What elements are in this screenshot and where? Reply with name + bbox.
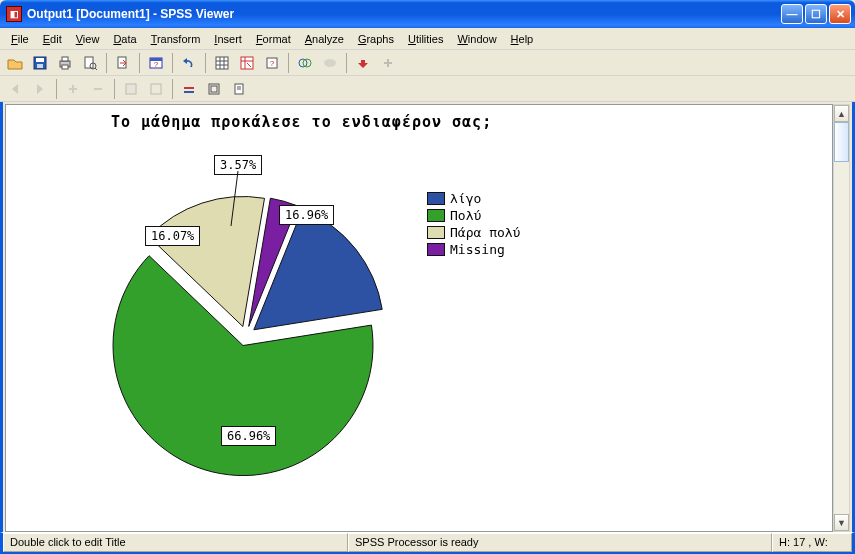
goto-data-icon[interactable] xyxy=(211,52,233,74)
save-icon[interactable] xyxy=(29,52,51,74)
menu-insert[interactable]: Insert xyxy=(207,31,249,47)
menubar: File Edit View Data Transform Insert For… xyxy=(0,28,855,50)
legend-swatch-3 xyxy=(427,243,445,256)
chart-title: Το μάθημα προκάλεσε το ενδιαφέρον σας; xyxy=(111,113,492,131)
status-left: Double click to edit Title xyxy=(3,533,348,552)
goto-case-icon[interactable] xyxy=(236,52,258,74)
scroll-thumb[interactable] xyxy=(834,122,849,162)
svg-rect-28 xyxy=(184,87,194,89)
forward-icon xyxy=(29,78,51,100)
print-icon[interactable] xyxy=(54,52,76,74)
pct-label-1: 66.96% xyxy=(221,426,276,446)
menu-view[interactable]: View xyxy=(69,31,107,47)
chart-object[interactable]: Το μάθημα προκάλεσε το ενδιαφέρον σας; 1… xyxy=(21,111,821,531)
content-area: Το μάθημα προκάλεσε το ενδιαφέρον σας; 1… xyxy=(0,102,855,532)
pct-label-0: 16.96% xyxy=(279,205,334,225)
show-icon[interactable] xyxy=(178,78,200,100)
svg-rect-27 xyxy=(151,84,161,94)
dialog-recall-icon[interactable]: ? xyxy=(145,52,167,74)
menu-graphs[interactable]: Graphs xyxy=(351,31,401,47)
menu-window[interactable]: Window xyxy=(450,31,503,47)
demote-icon xyxy=(87,78,109,100)
value-labels-icon xyxy=(377,52,399,74)
toolbar-separator xyxy=(346,53,347,73)
variables-icon[interactable]: ? xyxy=(261,52,283,74)
toolbar-separator xyxy=(114,79,115,99)
legend-item-2: Πάρα πολύ xyxy=(427,225,520,240)
toolbar-separator xyxy=(139,53,140,73)
legend-label-1: Πολύ xyxy=(450,208,481,223)
legend-swatch-2 xyxy=(427,226,445,239)
status-right: H: 17 , W: xyxy=(772,533,852,552)
toolbar-main: ? ? xyxy=(0,50,855,76)
legend-item-0: λίγο xyxy=(427,191,520,206)
legend-item-3: Missing xyxy=(427,242,520,257)
undo-icon[interactable] xyxy=(178,52,200,74)
window-title: Output1 [Document1] - SPSS Viewer xyxy=(27,7,781,21)
select-cases-icon xyxy=(319,52,341,74)
svg-rect-4 xyxy=(62,57,68,61)
menu-edit[interactable]: Edit xyxy=(36,31,69,47)
expand-icon xyxy=(120,78,142,100)
legend-label-2: Πάρα πολύ xyxy=(450,225,520,240)
menu-data[interactable]: Data xyxy=(106,31,143,47)
legend-item-1: Πολύ xyxy=(427,208,520,223)
toolbar-separator xyxy=(172,53,173,73)
svg-rect-13 xyxy=(216,57,228,69)
legend-swatch-1 xyxy=(427,209,445,222)
svg-rect-5 xyxy=(62,65,68,69)
app-icon: ◧ xyxy=(6,6,22,22)
leader-line xyxy=(226,171,246,231)
toolbar-separator xyxy=(205,53,206,73)
svg-rect-6 xyxy=(85,57,93,68)
toolbar-separator xyxy=(288,53,289,73)
close-button[interactable]: ✕ xyxy=(829,4,851,24)
menu-analyze[interactable]: Analyze xyxy=(298,31,351,47)
window-buttons: — ☐ ✕ xyxy=(781,4,851,24)
toolbar-separator xyxy=(172,79,173,99)
output-canvas[interactable]: Το μάθημα προκάλεσε το ενδιαφέρον σας; 1… xyxy=(5,104,833,532)
status-center: SPSS Processor is ready xyxy=(348,533,772,552)
back-icon xyxy=(4,78,26,100)
insert-heading-icon[interactable] xyxy=(228,78,250,100)
legend-swatch-0 xyxy=(427,192,445,205)
svg-line-8 xyxy=(95,68,97,70)
minimize-button[interactable]: — xyxy=(781,4,803,24)
svg-point-25 xyxy=(324,59,336,67)
svg-text:?: ? xyxy=(154,60,159,69)
toolbar-nav xyxy=(0,76,855,102)
titlebar: ◧ Output1 [Document1] - SPSS Viewer — ☐ … xyxy=(0,0,855,28)
maximize-button[interactable]: ☐ xyxy=(805,4,827,24)
print-preview-icon[interactable] xyxy=(79,52,101,74)
promote-icon xyxy=(62,78,84,100)
scroll-track[interactable] xyxy=(834,162,849,514)
legend-label-3: Missing xyxy=(450,242,505,257)
menu-format[interactable]: Format xyxy=(249,31,298,47)
use-sets-icon[interactable] xyxy=(294,52,316,74)
pie-chart xyxy=(91,161,401,501)
svg-text:?: ? xyxy=(270,59,275,68)
legend: λίγο Πολύ Πάρα πολύ Missing xyxy=(427,191,520,257)
svg-rect-31 xyxy=(211,86,217,92)
scroll-down-icon[interactable]: ▼ xyxy=(834,514,849,531)
svg-rect-29 xyxy=(184,91,194,93)
svg-rect-26 xyxy=(126,84,136,94)
toolbar-separator xyxy=(106,53,107,73)
menu-utilities[interactable]: Utilities xyxy=(401,31,450,47)
hide-icon[interactable] xyxy=(203,78,225,100)
menu-file[interactable]: File xyxy=(4,31,36,47)
menu-help[interactable]: Help xyxy=(504,31,541,47)
open-icon[interactable] xyxy=(4,52,26,74)
toolbar-separator xyxy=(56,79,57,99)
legend-label-0: λίγο xyxy=(450,191,481,206)
scroll-up-icon[interactable]: ▲ xyxy=(834,105,849,122)
menu-transform[interactable]: Transform xyxy=(144,31,208,47)
svg-line-35 xyxy=(231,171,238,226)
svg-rect-1 xyxy=(36,58,44,62)
pct-label-2: 16.07% xyxy=(145,226,200,246)
vertical-scrollbar[interactable]: ▲ ▼ xyxy=(833,104,850,532)
designate-window-icon[interactable] xyxy=(352,52,374,74)
statusbar: Double click to edit Title SPSS Processo… xyxy=(0,532,855,554)
svg-rect-2 xyxy=(37,64,43,68)
export-icon[interactable] xyxy=(112,52,134,74)
